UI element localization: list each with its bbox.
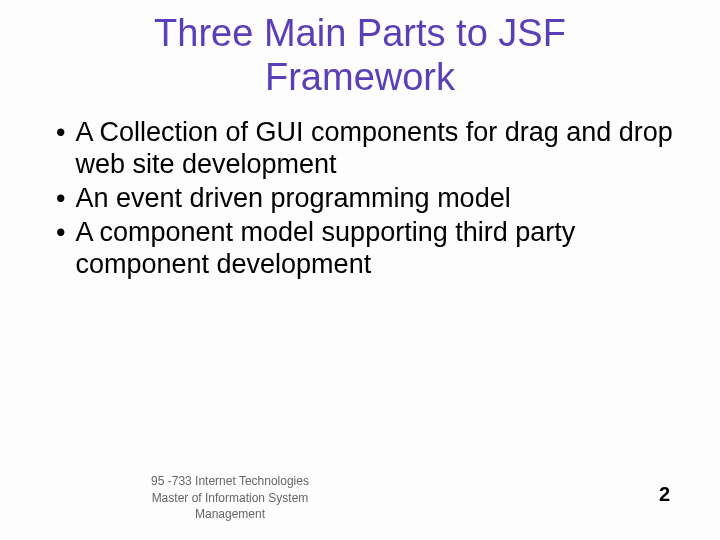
slide-footer: 95 -733 Internet Technologies Master of … xyxy=(0,473,720,522)
bullet-icon: • xyxy=(56,183,65,215)
bullet-text: A component model supporting third party… xyxy=(75,217,680,281)
list-item: • An event driven programming model xyxy=(56,183,680,215)
footer-line-2: Master of Information System Management xyxy=(140,490,320,522)
footer-text: 95 -733 Internet Technologies Master of … xyxy=(0,473,360,522)
bullet-text: A Collection of GUI components for drag … xyxy=(75,117,680,181)
bullet-list: • A Collection of GUI components for dra… xyxy=(0,117,720,280)
list-item: • A component model supporting third par… xyxy=(56,217,680,281)
slide-title: Three Main Parts to JSF Framework xyxy=(0,0,720,117)
list-item: • A Collection of GUI components for dra… xyxy=(56,117,680,181)
page-number: 2 xyxy=(659,483,670,506)
footer-line-1: 95 -733 Internet Technologies xyxy=(140,473,320,489)
bullet-text: An event driven programming model xyxy=(75,183,680,215)
bullet-icon: • xyxy=(56,117,65,149)
bullet-icon: • xyxy=(56,217,65,249)
